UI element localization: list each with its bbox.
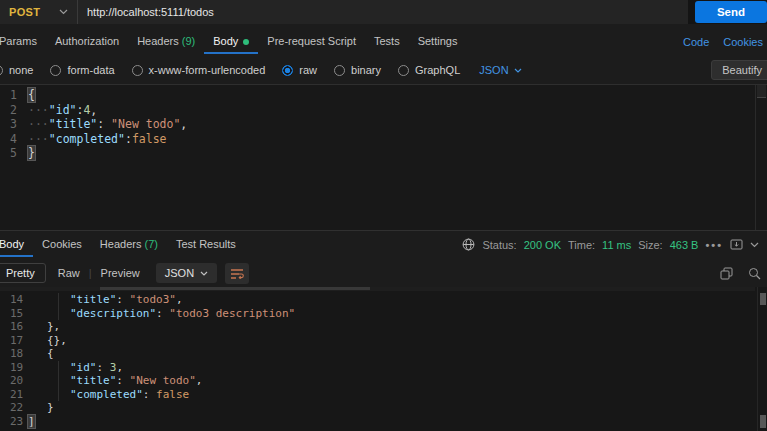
code-line: 18{ [0,347,767,361]
line-number: 1 [0,88,28,103]
body-modified-dot [243,39,249,45]
line-number: 3 [0,117,28,132]
code-line: 4···"completed":false [0,132,767,147]
indent-guide [58,307,59,321]
radio-none[interactable]: none [0,64,33,76]
time-value: 11 ms [602,239,631,251]
code-line: 21"completed": false [0,388,767,402]
line-number: 23 [0,415,28,429]
cookies-link[interactable]: Cookies [723,36,763,48]
code-line: 1{ [0,88,767,103]
tab-settings[interactable]: Settings [409,29,467,54]
tab-body[interactable]: Body [204,29,258,54]
beautify-button[interactable]: Beautify [711,60,767,80]
code-link[interactable]: Code [683,36,709,48]
status-value: 200 OK [524,239,561,251]
line-number: 15 [0,307,28,321]
tab-headers[interactable]: Headers (9) [128,29,204,54]
line-number: 14 [0,293,28,307]
chevron-down-icon [514,68,522,73]
tab-response-body[interactable]: Body [0,232,33,257]
line-number: 16 [0,320,28,334]
line-number: 19 [0,361,28,375]
response-headers-count-badge: (7) [144,238,157,250]
indent-guide [58,388,59,402]
line-number: 20 [0,374,28,388]
tab-params[interactable]: Params [0,29,46,54]
pretty-view-button[interactable]: Pretty [0,263,46,283]
line-number: 17 [0,334,28,348]
request-tabs: Params Authorization Headers (9) Body Pr… [0,29,767,54]
status-label: Status: [482,239,516,251]
code-line: 20"title": "New todo", [0,374,767,388]
response-status-bar: Status: 200 OK Time: 11 ms Size: 463 B •… [462,238,767,251]
indent-guide [58,293,59,307]
wrap-text-button[interactable] [225,263,249,284]
url-text: http://localhost:5111/todos [87,6,214,18]
url-input[interactable]: http://localhost:5111/todos [78,0,688,24]
response-tabs: Body Cookies Headers (7) Test Results St… [0,232,767,257]
code-line: 3···"title": "New todo", [0,117,767,132]
method-select[interactable]: POST [0,0,78,24]
tab-response-headers[interactable]: Headers (7) [91,232,167,257]
indent-guide [58,374,59,388]
line-number: 22 [0,401,28,415]
scrollbar-thumb[interactable] [757,85,766,98]
size-label: Size: [638,239,662,251]
line-number: 4 [0,132,28,147]
request-editor-scrollbar[interactable] [755,85,767,230]
indent-guide [58,361,59,375]
tab-tests[interactable]: Tests [365,29,409,54]
radio-binary[interactable]: binary [334,64,381,76]
globe-icon [462,238,475,251]
raw-view-button[interactable]: Raw [58,267,80,279]
chevron-down-icon [59,9,68,15]
response-scrollbar[interactable] [757,287,767,431]
content-type-dropdown[interactable]: JSON [479,64,521,76]
request-code: 1{ 2···"id":4, 3···"title": "New todo", … [0,85,767,161]
code-line: 19"id": 3, [0,361,767,375]
tab-response-cookies[interactable]: Cookies [33,232,91,257]
code-line: 2···"id":4, [0,103,767,118]
code-line: 17{}, [0,334,767,348]
preview-view-button[interactable]: Preview [101,267,140,279]
scrollbar-thumb[interactable] [100,287,370,290]
line-number: 18 [0,347,28,361]
headers-count-badge: (9) [182,35,195,47]
send-button[interactable]: Send [695,1,767,23]
response-body-viewer[interactable]: 14"title": "todo3", 15"description": "to… [0,287,767,431]
chevron-down-icon[interactable] [750,242,759,248]
code-line: 23] [0,415,767,429]
code-line: 22} [0,401,767,415]
response-format-dropdown[interactable]: JSON [156,263,217,283]
tab-pre-request-script[interactable]: Pre-request Script [258,29,365,54]
code-line: 15"description": "todo3 description" [0,307,767,321]
search-icon[interactable] [748,267,761,280]
radio-circle-icon [0,65,3,76]
radio-circle-icon [132,65,143,76]
radio-circle-icon [398,65,409,76]
more-options-icon[interactable]: ••• [705,239,723,251]
tab-test-results[interactable]: Test Results [167,232,245,257]
horizontal-scrollbar[interactable] [0,287,755,291]
response-code: 14"title": "todo3", 15"description": "to… [0,287,767,428]
response-view-toolbar: Pretty Raw | Preview JSON [0,259,767,287]
code-line: 14"title": "todo3", [0,293,767,307]
request-body-editor[interactable]: 1{ 2···"id":4, 3···"title": "New todo", … [0,84,767,231]
radio-graphql[interactable]: GraphQL [398,64,460,76]
response-toolbar-actions [720,267,767,280]
copy-icon[interactable] [720,267,733,280]
radio-raw[interactable]: raw [282,64,317,76]
method-label: POST [9,6,40,18]
code-line: 16}, [0,320,767,334]
line-number: 21 [0,388,28,402]
code-line: 5} [0,146,767,161]
radio-form-data[interactable]: form-data [50,64,114,76]
divider: | [89,267,92,279]
save-response-icon[interactable] [730,239,743,250]
radio-selected-icon [282,65,293,76]
scrollbar-thumb[interactable] [760,415,766,428]
radio-x-www-form-urlencoded[interactable]: x-www-form-urlencoded [132,64,266,76]
scrollbar-thumb[interactable] [760,293,766,305]
tab-authorization[interactable]: Authorization [46,29,128,54]
